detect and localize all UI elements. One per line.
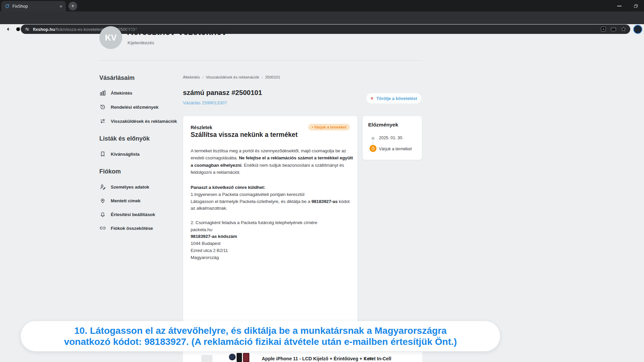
timeline-status-marker: [369, 145, 377, 152]
sidebar-item-label: Visszaküldések és reklamációk: [111, 119, 177, 124]
sidebar-item-label: Mentett címek: [111, 198, 141, 203]
sidebar-item-label: Fiókok összekötése: [111, 226, 153, 231]
header-divider: [99, 60, 422, 61]
packeta-code: 98183927-as: [311, 199, 338, 204]
browser-titlebar: FixShop × +: [0, 0, 644, 11]
history-icon: [99, 104, 106, 110]
cancel-claim-button[interactable]: × Törölje a követelést: [366, 93, 422, 104]
address-country: Magyarország: [191, 254, 354, 261]
tab-title: FixShop: [12, 4, 57, 9]
instruction-line2: vonatkozó kódot: 98183927. (A reklamáció…: [64, 336, 457, 347]
sidebar-item-label: Rendelési előzmények: [111, 105, 158, 110]
sidebar-section-purchases: Vásárlásaim: [99, 74, 135, 82]
transfer-arrows-icon: [99, 118, 106, 124]
sidebar-section-lists: Listák és előnyök: [99, 135, 150, 142]
bell-icon: [99, 211, 106, 218]
browser-profile-avatar[interactable]: [633, 25, 642, 34]
sidebar-item-label: Kivánságlista: [111, 152, 140, 157]
breadcrumb-separator: ›: [202, 75, 204, 79]
sidebar-item-label: Értesítési beállítások: [111, 212, 155, 217]
claim-intro-paragraph: A terméket tisztítsa meg a portól és sze…: [191, 147, 353, 176]
sidebar-item-label: Áttekintés: [111, 91, 132, 96]
cancel-claim-label: Törölje a követelést: [376, 96, 417, 101]
breadcrumb: Áttekintés › Visszaküldések és reklamáci…: [183, 75, 280, 79]
product-thumbnail: [229, 353, 250, 362]
back-icon[interactable]: [5, 26, 11, 33]
breadcrumb-item-current: 2500101: [265, 75, 280, 79]
person-edit-icon: [99, 184, 106, 190]
sidebar-section-account: Fiókom: [99, 168, 121, 175]
new-tab-button[interactable]: +: [68, 2, 77, 10]
breadcrumb-item-overview[interactable]: Áttekintés: [183, 75, 200, 79]
restore-icon: [634, 4, 638, 8]
send-option2-line: 2. Csomagként feladva a Packeta futárcég…: [191, 219, 354, 226]
sidebar-item-overview[interactable]: Áttekintés: [99, 89, 132, 97]
sidebar-item-saved-addresses[interactable]: Mentett címek: [99, 197, 141, 204]
send-options-heading: Panaszt a következő címre küldhet:: [191, 185, 265, 190]
logout-link[interactable]: Kijelentkezés: [128, 40, 154, 45]
address-zip-city: 1044 Budapest: [191, 240, 354, 247]
sidebar-item-order-history[interactable]: Rendelési előzmények: [99, 103, 158, 111]
order-link[interactable]: Vásárlás 2599013307: [183, 100, 227, 105]
site-info-icon[interactable]: [24, 26, 30, 32]
fixshop-favicon-icon: [5, 4, 10, 9]
avatar-initials: KV: [105, 33, 117, 43]
sidebar-item-label: Személyes adatok: [111, 185, 149, 190]
user-name: Keresztnév Vezetéknév: [127, 27, 227, 37]
sidebar-item-personal-data[interactable]: Személyes adatok: [99, 183, 149, 191]
bar-chart-icon: [99, 90, 106, 96]
timeline-date: 2025. 01. 30.: [379, 136, 403, 140]
link-icon: [99, 225, 106, 231]
packeta-site: packeta.hu: [191, 226, 354, 234]
ship-back-heading: Szállítsa vissza nekünk a terméket: [191, 131, 298, 139]
page-title: számú panasz #2500101: [183, 89, 262, 97]
send-option1-detail: Látogasson el bármelyik Packeta-üzlethel…: [191, 198, 354, 212]
send-options-block: Panaszt a következő címre küldhet: 1.Ing…: [191, 184, 354, 212]
tab-close-icon[interactable]: ×: [59, 4, 62, 9]
address-street: Ezred utca 2 B2/11: [191, 247, 354, 254]
product-row: Apple iPhone 11 - LCD Kijelző + Érintőüv…: [183, 352, 422, 362]
bookmark-icon: [99, 151, 106, 157]
details-label: Részletek: [191, 125, 212, 130]
sidebar-item-returns-claims[interactable]: Visszaküldések és reklamációk: [99, 117, 177, 125]
breadcrumb-separator: ›: [261, 75, 263, 79]
timeline-status: Várjuk a terméket: [379, 147, 412, 151]
history-title: Előzmények: [368, 122, 398, 128]
refresh-icon[interactable]: [15, 26, 21, 33]
translate-icon[interactable]: [600, 26, 607, 33]
window-minimize-button[interactable]: [614, 3, 624, 9]
instruction-overlay: 10. Látogasson el az átvevőhelyre, és di…: [21, 321, 500, 351]
status-badge: • Várjuk a terméket: [308, 124, 350, 131]
packeta-code-number: 98183927-as kódszám: [191, 234, 237, 239]
product-quantity: 1 db: [364, 356, 373, 361]
breadcrumb-item-returns[interactable]: Visszaküldések és reklamációk: [206, 75, 259, 79]
send-address-block: 2. Csomagként feladva a Packeta futárcég…: [191, 219, 354, 261]
instruction-line1: 10. Látogasson el az átvevőhelyre, és di…: [74, 325, 447, 336]
close-icon: ×: [370, 96, 373, 101]
sidebar-item-link-accounts[interactable]: Fiókok összekötése: [99, 224, 153, 232]
timeline-dot: [371, 137, 375, 140]
user-avatar: KV: [99, 26, 122, 49]
location-pin-icon: [99, 197, 106, 204]
history-card: Előzmények 2025. 01. 30. Várjuk a termék…: [362, 116, 422, 160]
option1-part1: Látogasson el bármelyik Packeta-üzlethel…: [191, 199, 311, 204]
saved-cards-icon[interactable]: [610, 26, 617, 33]
browser-tab[interactable]: FixShop ×: [1, 1, 66, 11]
browser-addressbar: fixshop.hu/fiok/vissza-es-kovetelestorte…: [0, 11, 644, 24]
window-restore-button[interactable]: [631, 3, 641, 9]
bookmark-star-icon[interactable]: [620, 26, 627, 33]
stopwatch-icon: [371, 146, 375, 151]
sidebar-item-wishlist[interactable]: Kivánságlista: [99, 150, 140, 158]
send-option1-line: 1.Ingyenesen a Packeta csomagátvételi po…: [191, 191, 354, 198]
quantity-placeholder: [201, 355, 212, 362]
sidebar-item-notification-settings[interactable]: Értesítési beállítások: [99, 211, 155, 218]
